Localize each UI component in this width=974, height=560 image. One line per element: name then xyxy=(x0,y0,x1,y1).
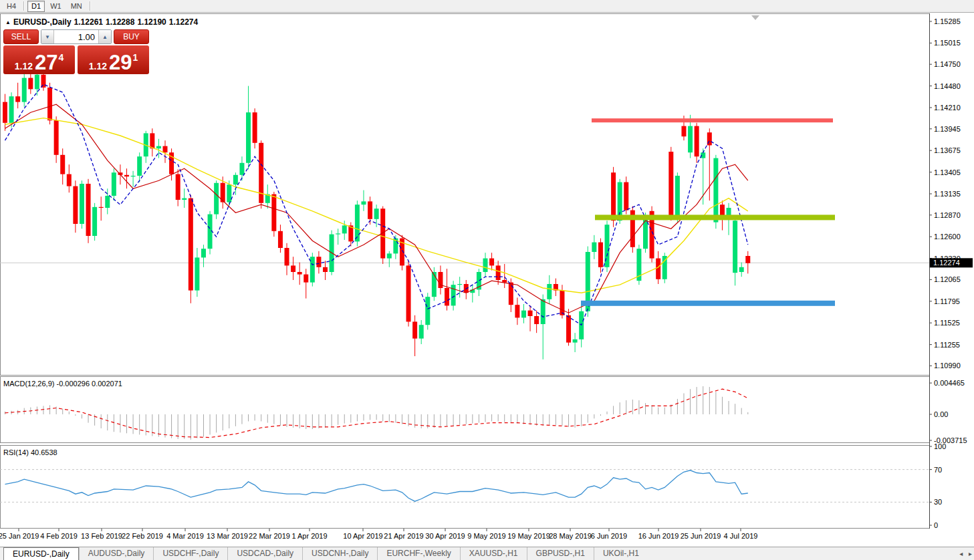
volume-decrease-icon[interactable]: ▼ xyxy=(41,30,54,43)
date-axis-label: 30 Apr 2019 xyxy=(425,532,465,540)
current-price-badge-text: 1.12274 xyxy=(933,259,960,267)
tab-scroll-left-icon[interactable]: ◂ xyxy=(959,550,963,557)
timeframe-toolbar: H4D1W1MN xyxy=(0,0,974,13)
ohlc-open: 1.12261 xyxy=(74,17,103,27)
rsi-axis-label: 100 xyxy=(934,442,946,450)
price-axis-label: 1.13945 xyxy=(934,125,961,133)
date-axis-label: 4 Feb 2019 xyxy=(40,532,78,540)
macd-pane xyxy=(5,383,933,440)
timeframe-mn-button[interactable]: MN xyxy=(67,1,86,12)
date-axis-label: 6 Jun 2019 xyxy=(591,532,627,540)
tab-eurchf-weekly[interactable]: EURCHF-,Weekly xyxy=(377,547,459,560)
toolbar-separator xyxy=(90,1,90,11)
price-axis-label: 1.12065 xyxy=(934,275,961,283)
price-axis-label: 1.14210 xyxy=(934,104,961,112)
rsi-label: RSI(14) 40.6538 xyxy=(3,448,57,456)
tab-usdchf-daily[interactable]: USDCHF-,Daily xyxy=(153,547,227,560)
date-axis-label: 28 May 2019 xyxy=(549,532,592,540)
price-axis-label: 1.12870 xyxy=(934,211,961,219)
timeframe-d1-button[interactable]: D1 xyxy=(27,1,45,12)
sell-button[interactable]: SELL xyxy=(3,29,39,44)
tab-usdcad-daily[interactable]: USDCAD-,Daily xyxy=(227,547,302,560)
macd-label: MACD(12,26,9) -0.000296 0.002071 xyxy=(3,380,122,388)
price-chart-canvas[interactable]: 1.152851.150151.147501.144801.142101.139… xyxy=(0,13,974,547)
sell-price-box[interactable]: 1.12 27 4 xyxy=(3,45,75,74)
rsi-axis-label: 70 xyxy=(934,466,942,474)
date-axis-label: 13 Feb 2019 xyxy=(81,532,122,540)
date-axis-label: 1 Apr 2019 xyxy=(291,532,327,540)
ohlc-close: 1.12274 xyxy=(169,17,198,27)
tab-eurusd-daily[interactable]: EURUSD-,Daily xyxy=(3,547,79,560)
buy-price-box[interactable]: 1.12 29 1 xyxy=(78,45,149,74)
tab-usdcnh-daily[interactable]: USDCNH-,Daily xyxy=(302,547,377,560)
tab-ukoil-h1[interactable]: UKOil-,H1 xyxy=(594,547,648,560)
timeframe-h4-button[interactable]: H4 xyxy=(3,1,20,12)
rsi-pane-border xyxy=(1,446,930,529)
price-axis-label: 1.15015 xyxy=(934,39,961,47)
chart-title: ▲EURUSD-,Daily1.122611.122881.121901.122… xyxy=(5,17,201,27)
buy-price-main: 29 xyxy=(109,54,132,72)
date-axis-label: 16 Jun 2019 xyxy=(638,532,679,540)
rsi-line xyxy=(5,470,748,501)
buy-price-pip: 1 xyxy=(132,52,138,63)
timeframe-w1-button[interactable]: W1 xyxy=(46,1,66,12)
volume-increase-icon[interactable]: ▲ xyxy=(98,30,111,43)
resistance-line[interactable] xyxy=(592,118,833,122)
ohlc-high: 1.12288 xyxy=(106,17,134,27)
price-axis-label: 1.13405 xyxy=(934,168,961,176)
buy-price-prefix: 1.12 xyxy=(89,61,107,72)
date-axis-label: 22 Mar 2019 xyxy=(249,532,290,540)
date-axis-label: 22 Feb 2019 xyxy=(122,532,163,540)
sell-price-main: 27 xyxy=(35,54,57,72)
ohlc-low: 1.12190 xyxy=(137,17,166,27)
tab-scroll-controls: ◂ ▸ xyxy=(955,550,972,557)
macd-signal-line xyxy=(5,389,748,437)
price-axis-label: 1.15285 xyxy=(934,17,961,25)
volume-stepper: ▼ ▲ xyxy=(41,29,112,44)
price-axis-label: 1.13135 xyxy=(934,190,961,198)
price-axis-label: 1.14480 xyxy=(934,82,961,90)
price-axis-label: 1.14750 xyxy=(934,60,961,68)
date-axis-label: 10 Apr 2019 xyxy=(343,532,382,540)
toolbar-separator xyxy=(23,1,24,11)
date-axis-label: 4 Mar 2019 xyxy=(166,532,204,540)
date-axis-label: 19 May 2019 xyxy=(507,532,550,540)
price-axis-label: 1.12600 xyxy=(934,233,961,241)
date-axis-label: 25 Jun 2019 xyxy=(681,532,721,540)
macd-axis-label: 0.004465 xyxy=(934,379,965,387)
support-line[interactable] xyxy=(581,301,835,306)
neckline[interactable] xyxy=(595,215,835,220)
volume-input[interactable] xyxy=(54,30,98,43)
rsi-pane xyxy=(0,446,932,525)
macd-axis-label: 0.00 xyxy=(934,410,948,418)
rsi-axis-label: 0 xyxy=(934,521,938,529)
chart-tab-bar: EURUSD-,DailyAUDUSD-,DailyUSDCHF-,DailyU… xyxy=(0,547,974,560)
one-click-trade-panel: SELL ▼ ▲ BUY 1.12 27 4 1.12 29 1 xyxy=(3,29,149,74)
tab-scroll-right-icon[interactable]: ▸ xyxy=(969,550,972,557)
price-axis-label: 1.10990 xyxy=(934,362,961,370)
sell-price-prefix: 1.12 xyxy=(15,61,33,72)
candles xyxy=(3,68,750,360)
date-axis-label: 21 Apr 2019 xyxy=(384,532,423,540)
buy-button[interactable]: BUY xyxy=(114,29,149,44)
tab-xauusd-h1[interactable]: XAUUSD-,H1 xyxy=(460,547,527,560)
tab-audusd-daily[interactable]: AUDUSD-,Daily xyxy=(79,547,154,560)
collapse-panel-icon[interactable]: ▲ xyxy=(5,19,11,25)
sell-price-pip: 4 xyxy=(58,52,64,63)
symbol-period-label: EURUSD-,Daily xyxy=(13,17,72,27)
price-axis-label: 1.13675 xyxy=(934,146,961,154)
price-axis-label: 1.11795 xyxy=(934,297,960,305)
date-axis-label: 25 Jan 2019 xyxy=(0,532,39,540)
date-axis-label: 4 Jul 2019 xyxy=(724,532,758,540)
price-axis-label: 1.11525 xyxy=(934,319,960,327)
date-axis-label: 13 Mar 2019 xyxy=(207,532,248,540)
rsi-axis-label: 30 xyxy=(934,498,942,506)
time-axis[interactable] xyxy=(19,529,741,531)
tab-gbpusd-h1[interactable]: GBPUSD-,H1 xyxy=(527,547,594,560)
date-axis-label: 9 May 2019 xyxy=(467,532,505,540)
price-axis-label: 1.11255 xyxy=(934,341,960,349)
chart-shift-marker-icon[interactable] xyxy=(751,15,759,20)
